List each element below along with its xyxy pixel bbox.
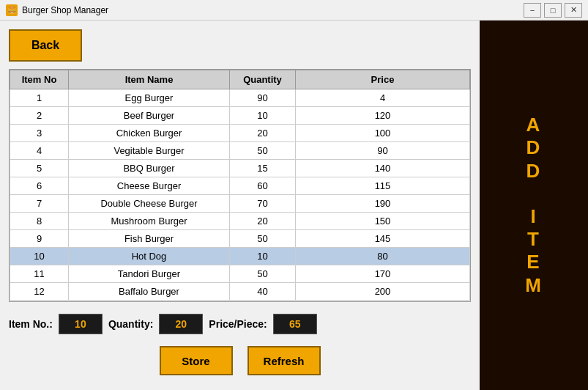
table-row[interactable]: 10Hot Dog1080 [10,248,470,265]
quantity-input[interactable] [159,314,203,334]
cell-quantity: 50 [230,265,296,283]
cell-item-name: Beef Burger [69,107,230,125]
cell-item-no: 2 [10,107,69,125]
cell-item-no: 11 [10,265,69,283]
cell-item-no: 4 [10,142,69,160]
close-button[interactable]: ✕ [565,3,582,18]
left-panel: Back Item No Item Name Quantity Price 1E… [0,21,480,390]
main-container: Back Item No Item Name Quantity Price 1E… [0,21,588,390]
cell-price: 170 [296,265,470,283]
cell-price: 150 [296,213,470,230]
button-row: Store Refresh [9,346,471,381]
table-row[interactable]: 9Fish Burger50145 [10,230,470,248]
cell-item-name: Double Cheese Burger [69,195,230,213]
cell-quantity: 60 [230,177,296,195]
items-table: Item No Item Name Quantity Price 1Egg Bu… [10,70,470,301]
cell-quantity: 20 [230,213,296,230]
cell-item-no: 8 [10,213,69,230]
table-row[interactable]: 2Beef Burger10120 [10,107,470,125]
cell-quantity: 15 [230,160,296,177]
quantity-label: Quantity: [108,318,153,330]
cell-item-name: Mushroom Burger [69,213,230,230]
refresh-button[interactable]: Refresh [248,346,321,375]
item-no-input[interactable] [59,314,103,334]
cell-price: 4 [296,89,470,107]
title-bar-left: 🍔 Burger Shop Manager [6,4,108,16]
table-row[interactable]: 1Egg Burger904 [10,89,470,107]
cell-item-name: Baffalo Burger [69,283,230,301]
table-row[interactable]: 4Vegitable Burger5090 [10,142,470,160]
cell-price: 145 [296,230,470,248]
table-wrapper[interactable]: Item No Item Name Quantity Price 1Egg Bu… [9,69,471,302]
table-row[interactable]: 3Chicken Burger20100 [10,125,470,142]
cell-price: 100 [296,125,470,142]
col-header-item-no: Item No [10,70,69,89]
cell-price: 200 [296,283,470,301]
cell-price: 115 [296,177,470,195]
cell-item-name: Egg Burger [69,89,230,107]
cell-item-no: 3 [10,125,69,142]
cell-item-name: Fish Burger [69,230,230,248]
right-panel[interactable]: ADDITEM [480,21,588,390]
cell-item-name: Vegitable Burger [69,142,230,160]
col-header-quantity: Quantity [230,70,296,89]
table-row[interactable]: 11Tandori Burger50170 [10,265,470,283]
form-row: Item No.: Quantity: Price/Piece: [9,309,471,339]
cell-item-name: Hot Dog [69,248,230,265]
price-input[interactable] [273,314,317,334]
price-label: Price/Piece: [209,318,267,330]
table-row[interactable]: 5BBQ Burger15140 [10,160,470,177]
cell-item-no: 7 [10,195,69,213]
table-header-row: Item No Item Name Quantity Price [10,70,470,89]
cell-quantity: 50 [230,142,296,160]
cell-item-no: 5 [10,160,69,177]
app-icon: 🍔 [6,4,18,16]
window-controls: − □ ✕ [524,3,582,18]
app-title: Burger Shop Manager [22,5,108,15]
add-item-text[interactable]: ADDITEM [518,99,550,312]
cell-quantity: 50 [230,230,296,248]
cell-item-no: 12 [10,283,69,301]
cell-item-name: Chicken Burger [69,125,230,142]
cell-quantity: 70 [230,195,296,213]
cell-quantity: 90 [230,89,296,107]
table-row[interactable]: 7Double Cheese Burger70190 [10,195,470,213]
cell-price: 190 [296,195,470,213]
cell-price: 140 [296,160,470,177]
cell-item-name: Cheese Burger [69,177,230,195]
cell-item-no: 6 [10,177,69,195]
col-header-item-name: Item Name [69,70,230,89]
table-row[interactable]: 8Mushroom Burger20150 [10,213,470,230]
cell-item-name: Tandori Burger [69,265,230,283]
col-header-price: Price [296,70,470,89]
item-no-label: Item No.: [9,318,53,330]
cell-price: 90 [296,142,470,160]
cell-quantity: 20 [230,125,296,142]
table-row[interactable]: 12Baffalo Burger40200 [10,283,470,301]
cell-item-no: 10 [10,248,69,265]
maximize-button[interactable]: □ [544,3,562,18]
cell-item-no: 9 [10,230,69,248]
cell-item-no: 1 [10,89,69,107]
cell-price: 80 [296,248,470,265]
cell-quantity: 10 [230,107,296,125]
cell-quantity: 40 [230,283,296,301]
back-button[interactable]: Back [9,29,82,62]
cell-price: 120 [296,107,470,125]
store-button[interactable]: Store [160,346,233,375]
cell-item-name: BBQ Burger [69,160,230,177]
cell-quantity: 10 [230,248,296,265]
table-row[interactable]: 6Cheese Burger60115 [10,177,470,195]
title-bar: 🍔 Burger Shop Manager − □ ✕ [0,0,588,21]
minimize-button[interactable]: − [524,3,541,18]
